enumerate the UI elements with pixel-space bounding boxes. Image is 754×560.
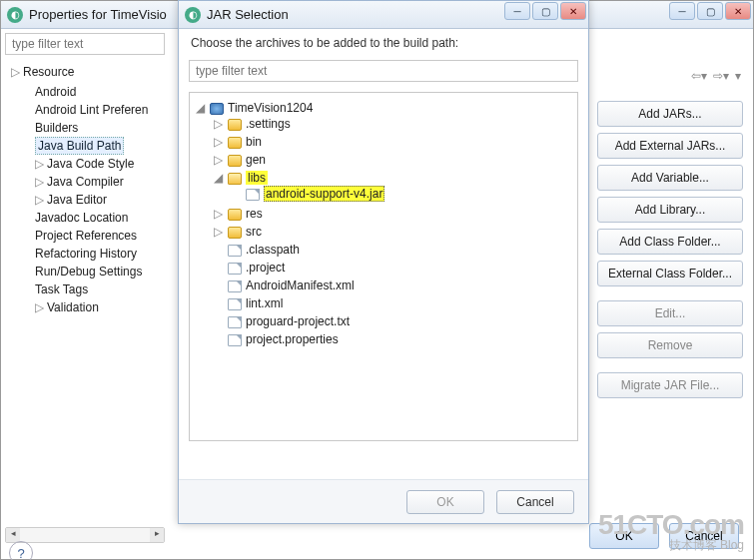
chevron-right-icon: ▷ — [214, 207, 224, 221]
chevron-right-icon: ▷ — [35, 175, 45, 189]
migrate-jar-button: Migrate JAR File... — [597, 372, 743, 398]
add-ext-class-folder-button[interactable]: External Class Folder... — [597, 261, 743, 286]
edit-button: Edit... — [597, 300, 743, 326]
folder-icon — [228, 209, 242, 221]
tree-item-projectprops[interactable]: project.properties — [214, 330, 571, 348]
tree-item-refactor[interactable]: Refactoring History — [29, 245, 165, 263]
tree-item-support-jar[interactable]: android-support-v4.jar — [232, 185, 571, 203]
menu-icon[interactable]: ▾ — [735, 69, 741, 83]
file-icon — [228, 316, 242, 328]
file-icon — [228, 298, 242, 310]
tree-item-lintxml[interactable]: lint.xml — [214, 294, 571, 312]
chevron-right-icon: ▷ — [11, 65, 21, 79]
tree-item-libs[interactable]: ◢libs android-support-v4.jar — [214, 169, 571, 205]
horizontal-scrollbar[interactable]: ◂ ▸ — [5, 527, 165, 543]
folder-icon — [228, 155, 242, 167]
tree-item-javadoc[interactable]: Javadoc Location — [29, 209, 165, 227]
add-variable-button[interactable]: Add Variable... — [597, 165, 743, 191]
tree-item-resource[interactable]: ▷Resource — [5, 63, 165, 81]
props-filter-input[interactable] — [5, 33, 165, 55]
project-icon — [210, 103, 224, 115]
tree-item-projectfile[interactable]: .project — [214, 259, 571, 277]
tree-item-compiler[interactable]: ▷Java Compiler — [29, 173, 165, 191]
minimize-button[interactable]: ─ — [669, 2, 695, 20]
add-external-jars-button[interactable]: Add External JARs... — [597, 133, 743, 159]
add-class-folder-button[interactable]: Add Class Folder... — [597, 229, 743, 255]
jar-file-icon — [246, 189, 260, 201]
tree-item-rundebug[interactable]: Run/Debug Settings — [29, 263, 165, 280]
chevron-right-icon: ▷ — [214, 117, 224, 131]
close-button[interactable]: ✕ — [725, 2, 751, 20]
file-icon — [228, 334, 242, 346]
file-icon — [228, 245, 242, 257]
add-jars-button[interactable]: Add JARs... — [597, 101, 743, 127]
chevron-right-icon: ▷ — [214, 153, 224, 167]
chevron-right-icon: ▷ — [35, 193, 45, 207]
tree-item-android[interactable]: Android — [29, 83, 165, 101]
tree-item-buildpath[interactable]: Java Build Path — [29, 137, 165, 155]
tree-item-projectrefs[interactable]: Project References — [29, 227, 165, 245]
folder-icon — [228, 119, 242, 131]
file-icon — [228, 263, 242, 275]
chevron-right-icon: ▷ — [35, 300, 45, 314]
tree-item-proguard[interactable]: proguard-project.txt — [214, 312, 571, 330]
chevron-right-icon: ▷ — [214, 225, 224, 239]
tree-item-builders[interactable]: Builders — [29, 119, 165, 137]
scroll-right-icon[interactable]: ▸ — [150, 528, 164, 542]
tree-item-gen[interactable]: ▷gen — [214, 151, 571, 169]
file-icon — [228, 280, 242, 292]
tree-item-tasktags[interactable]: Task Tags — [29, 280, 165, 298]
tree-item-codestyle[interactable]: ▷Java Code Style — [29, 155, 165, 173]
tree-item-classpath[interactable]: .classpath — [214, 241, 571, 259]
forward-icon[interactable]: ⇨▾ — [713, 69, 729, 83]
maximize-button[interactable]: ▢ — [532, 2, 558, 20]
tree-item-validation[interactable]: ▷Validation — [29, 298, 165, 316]
chevron-down-icon: ◢ — [214, 171, 224, 185]
scroll-left-icon[interactable]: ◂ — [6, 528, 20, 542]
props-category-tree[interactable]: ▷Resource Android Android Lint Preferen … — [5, 63, 165, 318]
file-tree[interactable]: ◢TimeVision1204 ▷.settings ▷bin ▷gen ◢li… — [189, 92, 578, 441]
eclipse-icon: ◐ — [7, 7, 23, 23]
remove-button: Remove — [597, 332, 743, 358]
tree-item-lint[interactable]: Android Lint Preferen — [29, 101, 165, 119]
tree-item-editor[interactable]: ▷Java Editor — [29, 191, 165, 209]
add-library-button[interactable]: Add Library... — [597, 197, 743, 223]
folder-open-icon — [228, 173, 242, 185]
dialog-footer: OK Cancel — [179, 479, 588, 523]
jar-selection-dialog: ◐ JAR Selection ─ ▢ ✕ Choose the archive… — [178, 0, 589, 524]
back-icon[interactable]: ⇦▾ — [691, 69, 707, 83]
props-ok-button[interactable]: OK — [589, 523, 659, 549]
minimize-button[interactable]: ─ — [504, 2, 530, 20]
folder-icon — [228, 227, 242, 239]
tree-item-src[interactable]: ▷src — [214, 223, 571, 241]
tree-item-project[interactable]: ◢TimeVision1204 ▷.settings ▷bin ▷gen ◢li… — [196, 99, 571, 350]
dialog-title: JAR Selection — [207, 7, 289, 22]
chevron-down-icon: ◢ — [196, 101, 206, 115]
tree-item-bin[interactable]: ▷bin — [214, 133, 571, 151]
close-button[interactable]: ✕ — [560, 2, 586, 20]
maximize-button[interactable]: ▢ — [697, 2, 723, 20]
eclipse-icon: ◐ — [185, 7, 201, 23]
chevron-right-icon: ▷ — [214, 135, 224, 149]
dialog-ok-button[interactable]: OK — [406, 490, 484, 514]
tree-item-manifest[interactable]: AndroidManifest.xml — [214, 277, 571, 294]
tree-item-res[interactable]: ▷res — [214, 205, 571, 223]
help-button[interactable]: ? — [9, 541, 33, 560]
tree-item-settings[interactable]: ▷.settings — [214, 115, 571, 133]
chevron-right-icon: ▷ — [35, 157, 45, 171]
scroll-track[interactable] — [20, 528, 150, 542]
props-cancel-button[interactable]: Cancel — [669, 523, 739, 549]
props-title: Properties for TimeVisio — [29, 7, 167, 22]
dialog-filter-input[interactable] — [189, 60, 578, 82]
outer-window-buttons: ─ ▢ ✕ — [669, 2, 751, 20]
dialog-titlebar: ◐ JAR Selection ─ ▢ ✕ — [179, 1, 588, 29]
nav-icons: ⇦▾ ⇨▾ ▾ — [691, 69, 741, 83]
dialog-instruction: Choose the archives to be added to the b… — [189, 30, 578, 60]
dialog-cancel-button[interactable]: Cancel — [496, 490, 574, 514]
folder-icon — [228, 137, 242, 149]
